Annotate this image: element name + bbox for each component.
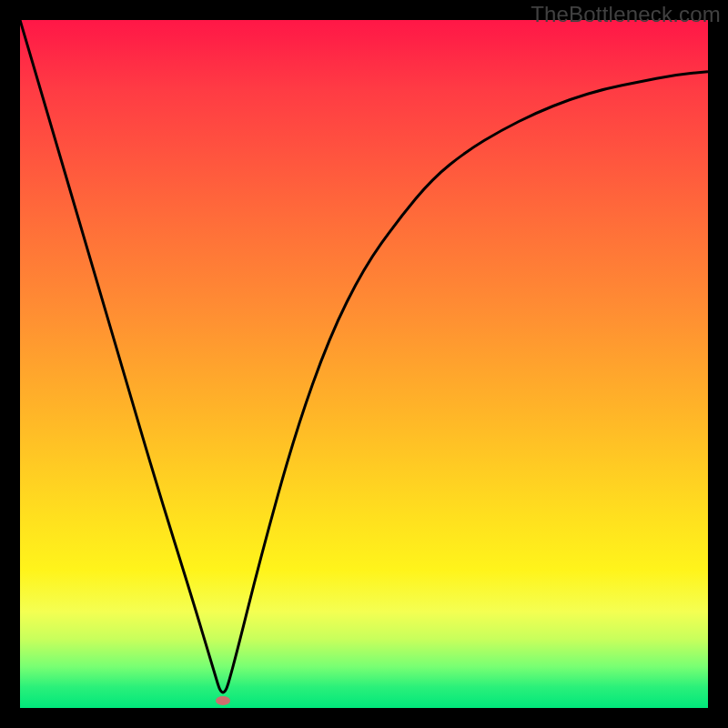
plot-area [20, 20, 708, 708]
watermark-text: TheBottleneck.com [531, 2, 721, 27]
bottleneck-curve [20, 20, 708, 708]
chart-container: TheBottleneck.com [0, 0, 728, 728]
curve-path [20, 20, 708, 693]
